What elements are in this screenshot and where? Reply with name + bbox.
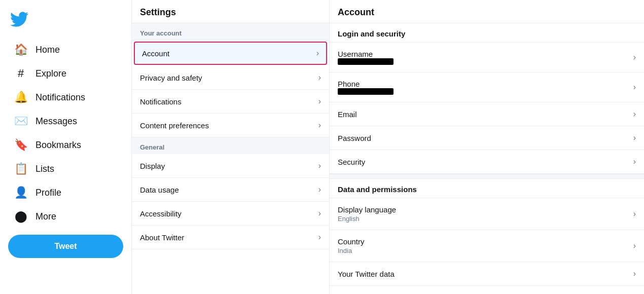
chevron-icon-twitter-data: › bbox=[633, 269, 636, 278]
sidebar-label-profile: Profile bbox=[35, 188, 61, 198]
sidebar-item-profile[interactable]: 👤 Profile bbox=[4, 181, 127, 204]
settings-label-account: Account bbox=[142, 49, 169, 58]
sidebar-label-explore: Explore bbox=[35, 68, 66, 79]
chevron-icon-about: › bbox=[318, 233, 321, 242]
settings-item-accessibility[interactable]: Accessibility › bbox=[132, 202, 329, 226]
chevron-icon-notifications: › bbox=[318, 97, 321, 106]
account-item-twitter-data[interactable]: Your Twitter data › bbox=[330, 262, 644, 286]
settings-item-privacy[interactable]: Privacy and safety › bbox=[132, 66, 329, 90]
sidebar: 🏠 Home # Explore 🔔 Notifications ✉️ Mess… bbox=[0, 0, 132, 294]
sidebar-label-bookmarks: Bookmarks bbox=[35, 140, 81, 151]
account-panel: Account Login and security Username › Ph… bbox=[330, 0, 644, 294]
sidebar-nav: 🏠 Home # Explore 🔔 Notifications ✉️ Mess… bbox=[0, 38, 131, 229]
account-item-phone[interactable]: Phone › bbox=[330, 72, 644, 102]
sidebar-label-home: Home bbox=[35, 45, 60, 55]
section-divider bbox=[330, 174, 644, 179]
general-settings-list: Display › Data usage › Accessibility › A… bbox=[132, 154, 329, 249]
account-item-username[interactable]: Username › bbox=[330, 43, 644, 72]
lists-icon: 📋 bbox=[14, 162, 27, 175]
sidebar-item-more[interactable]: ⬤ More bbox=[4, 205, 127, 228]
general-section-label: General bbox=[132, 137, 329, 154]
settings-panel: Settings Your account Account › Privacy … bbox=[132, 0, 330, 294]
item-content-twitter-data: Your Twitter data bbox=[338, 270, 395, 278]
settings-item-account[interactable]: Account › bbox=[134, 42, 327, 65]
item-label-phone: Phone bbox=[338, 80, 393, 88]
chevron-icon-content: › bbox=[318, 121, 321, 130]
bookmarks-icon: 🔖 bbox=[14, 138, 27, 152]
chevron-icon-phone: › bbox=[633, 83, 636, 92]
chevron-icon-account: › bbox=[316, 49, 319, 58]
explore-icon: # bbox=[14, 67, 27, 80]
item-label-password: Password bbox=[338, 134, 371, 142]
login-section-label: Login and security bbox=[330, 23, 644, 43]
chevron-icon-username: › bbox=[633, 53, 636, 62]
account-item-display-language[interactable]: Display language English › bbox=[330, 198, 644, 230]
chevron-icon-display: › bbox=[318, 161, 321, 170]
settings-title: Settings bbox=[132, 0, 329, 23]
chevron-icon-security: › bbox=[633, 157, 636, 166]
sidebar-item-home[interactable]: 🏠 Home bbox=[4, 38, 127, 61]
your-account-label: Your account bbox=[132, 23, 329, 41]
item-content-display-language: Display language English bbox=[338, 205, 396, 223]
chevron-icon-password: › bbox=[633, 133, 636, 142]
item-label-display-language: Display language bbox=[338, 205, 396, 214]
sidebar-item-bookmarks[interactable]: 🔖 Bookmarks bbox=[4, 133, 127, 157]
sidebar-label-notifications: Notifications bbox=[35, 92, 85, 103]
tweet-button[interactable]: Tweet bbox=[8, 235, 123, 258]
chevron-icon-country: › bbox=[633, 241, 636, 250]
account-item-password[interactable]: Password › bbox=[330, 126, 644, 150]
settings-item-about[interactable]: About Twitter › bbox=[132, 226, 329, 249]
item-label-username: Username bbox=[338, 50, 393, 58]
redacted-value bbox=[338, 58, 393, 65]
settings-item-content[interactable]: Content preferences › bbox=[132, 114, 329, 137]
sidebar-label-lists: Lists bbox=[35, 164, 54, 174]
settings-label-about: About Twitter bbox=[140, 233, 184, 242]
data-section-label: Data and permissions bbox=[330, 179, 644, 198]
item-content-email: Email bbox=[338, 110, 357, 119]
item-content-username: Username bbox=[338, 50, 393, 65]
sidebar-label-messages: Messages bbox=[35, 116, 77, 127]
account-item-email[interactable]: Email › bbox=[330, 102, 644, 126]
messages-icon: ✉️ bbox=[14, 115, 27, 128]
home-icon: 🏠 bbox=[14, 43, 27, 56]
settings-label-content: Content preferences bbox=[140, 121, 209, 130]
settings-item-display[interactable]: Display › bbox=[132, 154, 329, 178]
account-item-security[interactable]: Security › bbox=[330, 150, 644, 174]
item-content-country: Country India bbox=[338, 237, 365, 254]
sidebar-label-more: More bbox=[35, 211, 56, 222]
sidebar-item-messages[interactable]: ✉️ Messages bbox=[4, 109, 127, 133]
sidebar-item-notifications[interactable]: 🔔 Notifications bbox=[4, 86, 127, 109]
item-sublabel-country: India bbox=[338, 247, 365, 254]
chevron-icon-data: › bbox=[318, 185, 321, 194]
twitter-icon bbox=[10, 10, 28, 28]
account-title: Account bbox=[330, 0, 644, 23]
notifications-icon: 🔔 bbox=[14, 91, 27, 104]
settings-label-notifications: Notifications bbox=[140, 97, 182, 106]
item-content-phone: Phone bbox=[338, 80, 393, 95]
chevron-icon-accessibility: › bbox=[318, 209, 321, 218]
settings-item-notifications[interactable]: Notifications › bbox=[132, 90, 329, 114]
settings-label-accessibility: Accessibility bbox=[140, 209, 182, 218]
settings-label-display: Display bbox=[140, 162, 165, 170]
item-label-email: Email bbox=[338, 110, 357, 119]
item-label-security: Security bbox=[338, 158, 365, 166]
data-items-list: Display language English › Country India… bbox=[330, 198, 644, 286]
item-sublabel-display-language: English bbox=[338, 215, 396, 223]
more-icon: ⬤ bbox=[14, 210, 27, 223]
chevron-icon-email: › bbox=[633, 109, 636, 119]
item-content-password: Password bbox=[338, 134, 371, 142]
twitter-logo bbox=[0, 5, 131, 35]
login-items-list: Username › Phone › Email › Password › Se… bbox=[330, 43, 644, 174]
item-content-security: Security bbox=[338, 158, 365, 166]
main-settings-list: Account › Privacy and safety › Notificat… bbox=[132, 41, 329, 137]
redacted-value bbox=[338, 88, 393, 95]
chevron-icon-display-language: › bbox=[633, 209, 636, 218]
sidebar-item-explore[interactable]: # Explore bbox=[4, 62, 127, 85]
account-item-country[interactable]: Country India › bbox=[330, 230, 644, 262]
settings-label-privacy: Privacy and safety bbox=[140, 74, 202, 82]
settings-label-data: Data usage bbox=[140, 186, 179, 194]
settings-item-data[interactable]: Data usage › bbox=[132, 178, 329, 202]
item-label-twitter-data: Your Twitter data bbox=[338, 270, 395, 278]
sidebar-item-lists[interactable]: 📋 Lists bbox=[4, 157, 127, 180]
item-label-country: Country bbox=[338, 237, 365, 246]
